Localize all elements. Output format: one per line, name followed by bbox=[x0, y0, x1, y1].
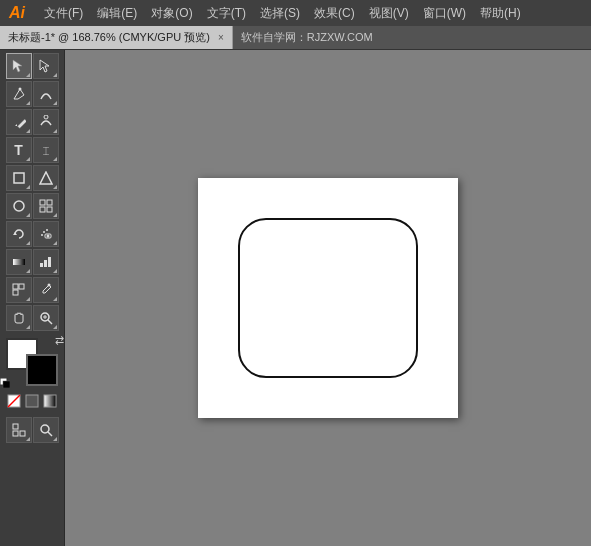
tool-row-7 bbox=[0, 220, 64, 248]
tab-label: 未标题-1* @ 168.76% (CMYK/GPU 预览) bbox=[8, 30, 210, 45]
svg-rect-20 bbox=[40, 263, 43, 267]
tool-row-3 bbox=[0, 108, 64, 136]
svg-point-17 bbox=[46, 235, 49, 238]
shaper-tool[interactable] bbox=[33, 165, 59, 191]
svg-rect-39 bbox=[13, 431, 18, 436]
artboard bbox=[198, 178, 458, 418]
svg-rect-19 bbox=[13, 259, 25, 265]
gradient-tool[interactable] bbox=[6, 249, 32, 275]
svg-rect-24 bbox=[19, 284, 24, 289]
menu-bar: 文件(F) 编辑(E) 对象(O) 文字(T) 选择(S) 效果(C) 视图(V… bbox=[38, 3, 527, 24]
stroke-color-box[interactable] bbox=[26, 354, 58, 386]
color-mode-row bbox=[4, 390, 60, 412]
svg-rect-21 bbox=[44, 260, 47, 267]
svg-rect-12 bbox=[47, 207, 52, 212]
app-logo: Ai bbox=[4, 4, 30, 22]
svg-point-5 bbox=[44, 115, 48, 119]
toolbox: T ⌶ bbox=[0, 50, 65, 546]
svg-rect-22 bbox=[48, 257, 51, 267]
bottom-tools bbox=[0, 414, 64, 446]
zoom-percent-tool[interactable] bbox=[33, 417, 59, 443]
smooth-tool[interactable] bbox=[33, 109, 59, 135]
svg-rect-36 bbox=[44, 395, 56, 407]
svg-point-2 bbox=[18, 88, 21, 91]
curvature-tool[interactable] bbox=[33, 81, 59, 107]
svg-point-14 bbox=[43, 231, 45, 233]
grid-tool[interactable] bbox=[33, 193, 59, 219]
svg-rect-3 bbox=[17, 119, 25, 128]
svg-rect-32 bbox=[3, 381, 10, 388]
tool-row-8 bbox=[0, 248, 64, 276]
direct-selection-tool[interactable] bbox=[33, 53, 59, 79]
slice-tool[interactable] bbox=[6, 277, 32, 303]
menu-window[interactable]: 窗口(W) bbox=[417, 3, 472, 24]
tool-row-4: T ⌶ bbox=[0, 136, 64, 164]
artboard-tool-row bbox=[2, 416, 62, 444]
title-bar: Ai 文件(F) 编辑(E) 对象(O) 文字(T) 选择(S) 效果(C) 视… bbox=[0, 0, 591, 26]
svg-marker-4 bbox=[15, 124, 17, 126]
svg-point-40 bbox=[41, 425, 49, 433]
svg-line-28 bbox=[48, 320, 52, 324]
main-area: T ⌶ bbox=[0, 50, 591, 546]
svg-point-26 bbox=[47, 284, 50, 287]
svg-line-41 bbox=[48, 432, 52, 436]
color-area: ⇄ bbox=[0, 332, 64, 414]
selection-tool[interactable] bbox=[6, 53, 32, 79]
svg-rect-23 bbox=[13, 284, 18, 289]
tool-row-1 bbox=[0, 52, 64, 80]
svg-rect-35 bbox=[26, 395, 38, 407]
svg-marker-1 bbox=[40, 60, 49, 72]
svg-marker-13 bbox=[13, 232, 17, 235]
menu-select[interactable]: 选择(S) bbox=[254, 3, 306, 24]
gradient-color-button[interactable] bbox=[42, 392, 58, 410]
symbol-sprayer-tool[interactable] bbox=[33, 221, 59, 247]
menu-text[interactable]: 文字(T) bbox=[201, 3, 252, 24]
tab-close-button[interactable]: × bbox=[218, 32, 224, 43]
rotate-tool[interactable] bbox=[6, 221, 32, 247]
eyedropper-tool[interactable] bbox=[33, 277, 59, 303]
solid-color-button[interactable] bbox=[24, 392, 40, 410]
reset-colors-icon[interactable] bbox=[0, 378, 10, 390]
menu-help[interactable]: 帮助(H) bbox=[474, 3, 527, 24]
hand-tool[interactable] bbox=[6, 305, 32, 331]
type-tool[interactable]: T bbox=[6, 137, 32, 163]
menu-view[interactable]: 视图(V) bbox=[363, 3, 415, 24]
tab-bar: 未标题-1* @ 168.76% (CMYK/GPU 预览) × 软件自学网：R… bbox=[0, 26, 591, 50]
svg-rect-11 bbox=[40, 207, 45, 212]
zoom-tool[interactable] bbox=[33, 305, 59, 331]
active-tab[interactable]: 未标题-1* @ 168.76% (CMYK/GPU 预览) × bbox=[0, 26, 233, 49]
menu-file[interactable]: 文件(F) bbox=[38, 3, 89, 24]
chart-tool[interactable] bbox=[33, 249, 59, 275]
svg-rect-38 bbox=[20, 431, 25, 436]
tool-row-5 bbox=[0, 164, 64, 192]
rectangle-tool[interactable] bbox=[6, 165, 32, 191]
svg-point-16 bbox=[41, 234, 43, 236]
swap-colors-icon[interactable]: ⇄ bbox=[55, 334, 64, 347]
pen-tool[interactable] bbox=[6, 81, 32, 107]
svg-rect-37 bbox=[13, 424, 18, 429]
svg-point-8 bbox=[14, 201, 24, 211]
tool-row-2 bbox=[0, 80, 64, 108]
none-color-button[interactable] bbox=[6, 392, 22, 410]
tab-extra-info: 软件自学网：RJZXW.COM bbox=[233, 26, 381, 49]
canvas-area bbox=[65, 50, 591, 546]
pencil-tool[interactable] bbox=[6, 109, 32, 135]
rounded-rectangle-shape bbox=[238, 218, 418, 378]
svg-marker-0 bbox=[13, 60, 22, 72]
svg-point-15 bbox=[46, 229, 48, 231]
svg-rect-6 bbox=[14, 173, 24, 183]
svg-rect-9 bbox=[40, 200, 45, 205]
menu-edit[interactable]: 编辑(E) bbox=[91, 3, 143, 24]
vertical-type-tool[interactable]: ⌶ bbox=[33, 137, 59, 163]
menu-object[interactable]: 对象(O) bbox=[145, 3, 198, 24]
tool-row-9 bbox=[0, 276, 64, 304]
artboard-tool[interactable] bbox=[6, 417, 32, 443]
svg-rect-10 bbox=[47, 200, 52, 205]
menu-effect[interactable]: 效果(C) bbox=[308, 3, 361, 24]
svg-rect-25 bbox=[13, 290, 18, 295]
ellipse-tool[interactable] bbox=[6, 193, 32, 219]
tool-row-6 bbox=[0, 192, 64, 220]
tool-row-10 bbox=[0, 304, 64, 332]
svg-marker-7 bbox=[40, 172, 52, 184]
stroke-fill-swatch[interactable]: ⇄ bbox=[4, 336, 60, 388]
